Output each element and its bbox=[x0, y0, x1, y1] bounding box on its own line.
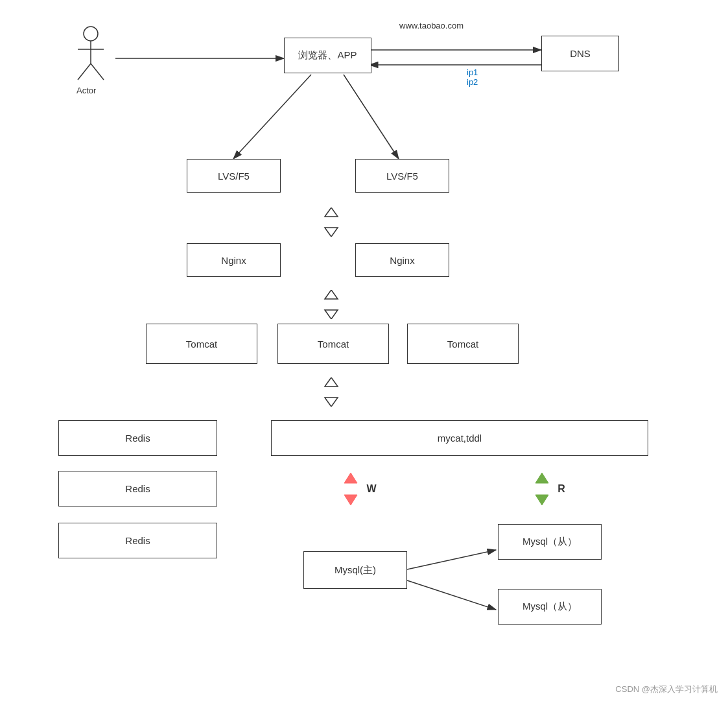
svg-marker-22 bbox=[344, 495, 357, 505]
redis2-box: Redis bbox=[58, 471, 217, 506]
svg-marker-24 bbox=[535, 495, 548, 505]
svg-line-13 bbox=[78, 64, 91, 80]
url-label: www.taobao.com bbox=[399, 21, 464, 30]
mycat-box: mycat,tddl bbox=[271, 420, 648, 456]
mysql-master-box: Mysql(主) bbox=[303, 551, 407, 589]
svg-line-8 bbox=[407, 550, 496, 569]
redis1-box: Redis bbox=[58, 420, 217, 456]
watermark: CSDN @杰深入学习计算机 bbox=[615, 684, 718, 695]
svg-line-9 bbox=[407, 580, 496, 610]
dns-box: DNS bbox=[541, 36, 619, 71]
svg-line-7 bbox=[344, 75, 399, 159]
tomcat3-box: Tomcat bbox=[407, 324, 519, 364]
mysql-slave2-box: Mysql（从） bbox=[498, 589, 602, 625]
nginx-tomcat-arrow bbox=[316, 289, 347, 320]
svg-marker-15 bbox=[325, 208, 338, 217]
r-arrow: R bbox=[522, 471, 574, 506]
actor-figure bbox=[71, 25, 110, 89]
tomcat-db-arrow bbox=[316, 376, 347, 407]
browser-box: 浏览器、APP bbox=[284, 38, 371, 73]
actor-label: Actor bbox=[76, 86, 96, 95]
svg-line-14 bbox=[91, 64, 104, 80]
svg-line-6 bbox=[233, 75, 311, 159]
lvs-nginx-arrow bbox=[316, 206, 347, 237]
nginx1-box: Nginx bbox=[187, 243, 281, 277]
svg-marker-18 bbox=[325, 310, 338, 319]
r-label: R bbox=[558, 483, 565, 495]
tomcat1-box: Tomcat bbox=[146, 324, 257, 364]
svg-marker-20 bbox=[325, 398, 338, 407]
lvs2-box: LVS/F5 bbox=[355, 159, 449, 193]
lvs1-box: LVS/F5 bbox=[187, 159, 281, 193]
nginx2-box: Nginx bbox=[355, 243, 449, 277]
w-label: W bbox=[366, 483, 376, 495]
mysql-slave1-box: Mysql（从） bbox=[498, 524, 602, 560]
svg-marker-19 bbox=[325, 377, 338, 387]
redis3-box: Redis bbox=[58, 523, 217, 558]
svg-point-10 bbox=[84, 27, 98, 41]
svg-marker-17 bbox=[325, 290, 338, 299]
svg-marker-23 bbox=[535, 473, 548, 483]
tomcat2-box: Tomcat bbox=[277, 324, 389, 364]
svg-marker-21 bbox=[344, 473, 357, 483]
ip-label: ip1 ip2 bbox=[467, 67, 478, 87]
w-arrow: W bbox=[332, 471, 384, 506]
svg-marker-16 bbox=[325, 228, 338, 237]
